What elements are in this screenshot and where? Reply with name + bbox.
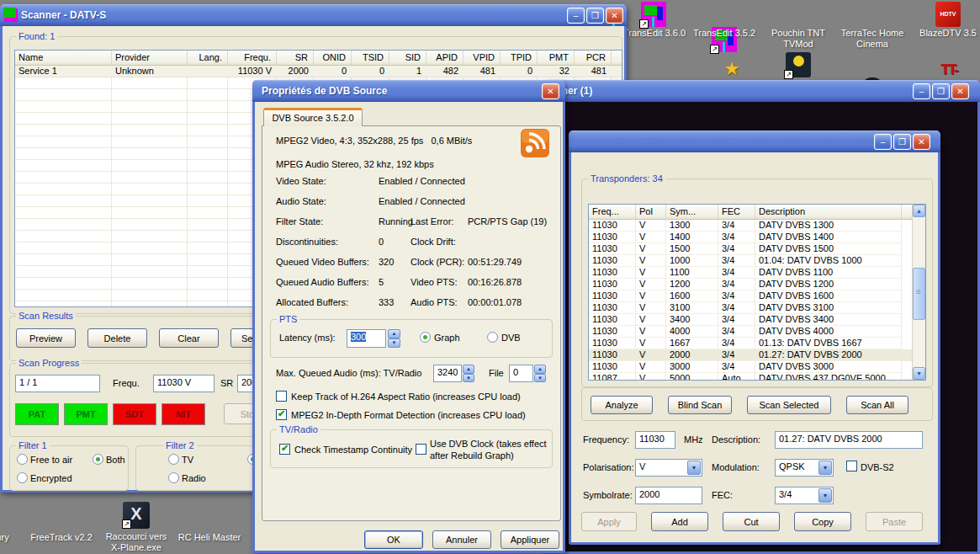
dvb-radio-label[interactable]: DVB: [501, 333, 521, 343]
chevron-down-icon[interactable]: ▼: [818, 488, 832, 503]
tab-dvb-source[interactable]: DVB Source 3.5.2.0: [263, 108, 363, 126]
filter2-tv-radio[interactable]: [168, 454, 179, 465]
transponder-row[interactable]: 11030 V 1100 3/4 DATV DVBS 1100: [589, 267, 925, 279]
max-queued-file-spinner[interactable]: ▲▼: [534, 365, 546, 382]
cancel-button[interactable]: Annuler: [432, 530, 491, 549]
vertical-scrollbar[interactable]: ▲ ▼: [912, 205, 925, 380]
fec-select[interactable]: 3/4▼: [775, 487, 834, 504]
graph-radio-label[interactable]: Graph: [434, 333, 460, 343]
transponder-row[interactable]: 11030 V 1667 3/4 01.13: DATV DVBS 1667: [589, 338, 925, 349]
transponder-row[interactable]: 11030 V 3400 3/4 DATV DVBS 3400: [589, 314, 925, 326]
xplane-label2[interactable]: X-Plane.exe: [90, 542, 183, 552]
transedit-360-icon[interactable]: ↗: [641, 2, 666, 27]
h264-checkbox[interactable]: [276, 391, 287, 402]
filter1-free-label[interactable]: Free to air: [30, 455, 72, 465]
close-button[interactable]: ✕: [913, 134, 930, 150]
dvbclock-checkbox-label2[interactable]: after Rebuild Graph): [430, 450, 514, 461]
wand-icon[interactable]: ★: [719, 57, 744, 83]
blazedtv-icon[interactable]: HDTV: [935, 2, 961, 27]
scanner-titlebar[interactable]: Scanner - DATV-S: [0, 4, 627, 26]
scrollbar-thumb[interactable]: [913, 268, 925, 320]
services-table-header[interactable]: NameProviderLang.Frequ.SRONIDTSIDSIDAPID…: [15, 51, 622, 66]
rcheli-label[interactable]: RC Heli Master: [163, 532, 256, 542]
minimize-button[interactable]: –: [913, 83, 930, 99]
filter1-encrypted-radio[interactable]: [17, 472, 28, 483]
maximize-button[interactable]: ❐: [893, 134, 911, 150]
scan-results-button[interactable]: Preview: [16, 328, 76, 348]
graph-radio[interactable]: [420, 332, 431, 343]
h264-checkbox-label[interactable]: Keep Track of H.264 Aspect Ratio (increa…: [291, 392, 521, 402]
dvbs2-checkbox[interactable]: [846, 461, 857, 471]
progress-field[interactable]: 1 / 1: [15, 375, 100, 392]
dvb-dialog-titlebar[interactable]: Propriétés de DVB Source: [252, 80, 565, 102]
transponder-row[interactable]: 11030 V 1000 3/4 01.04: DATV DVBS 1000: [589, 255, 925, 267]
polarisation-select[interactable]: V▼: [635, 459, 702, 477]
mpeg2-checkbox-label[interactable]: MPEG2 In-Depth Format Detection (increas…: [291, 410, 526, 420]
modulation-select[interactable]: QPSK▼: [775, 459, 834, 477]
transponder-row[interactable]: 11030 V 1500 3/4 DATV DVBS 1500: [589, 243, 925, 255]
maximize-button[interactable]: ❐: [586, 8, 604, 24]
max-queued-tv-field[interactable]: 3240: [433, 365, 462, 382]
filter1-free-radio[interactable]: [17, 454, 28, 465]
close-button[interactable]: ✕: [951, 83, 969, 99]
edit-button[interactable]: Copy: [794, 512, 851, 531]
scroll-up-icon[interactable]: ▲: [913, 205, 925, 217]
max-queued-file-field[interactable]: 0: [509, 365, 533, 382]
maximize-button[interactable]: ❐: [932, 83, 950, 99]
transponder-row[interactable]: 11030 V 1400 3/4 DATV DVBS 1400: [589, 232, 925, 243]
minimize-button[interactable]: –: [874, 134, 892, 150]
close-button[interactable]: ✕: [542, 83, 559, 99]
symbolrate-field[interactable]: 2000: [635, 487, 702, 504]
apply-button[interactable]: Appliquer: [501, 530, 559, 549]
mpeg2-checkbox[interactable]: [276, 409, 287, 420]
transponder-row[interactable]: 11030 V 1300 3/4 DATV DVBS 1300: [589, 220, 925, 232]
frequ-field[interactable]: 11030 V: [153, 375, 215, 392]
dvbclock-checkbox[interactable]: [416, 444, 426, 455]
frequency-field[interactable]: 11030: [635, 431, 675, 449]
filter1-encrypted-label[interactable]: Encrypted: [30, 473, 72, 483]
service-row[interactable]: Service 1Unknown11030 V20000014824810324…: [15, 66, 622, 77]
dvbclock-checkbox-label[interactable]: Use DVB Clock (takes effect: [430, 439, 547, 449]
max-queued-tv-spinner[interactable]: ▲▼: [463, 365, 474, 382]
pouchin-tnt-icon[interactable]: ↗: [786, 52, 811, 77]
description-field[interactable]: 01.27: DATV DVBS 2000: [775, 431, 923, 449]
edit-button[interactable]: Add: [651, 512, 708, 531]
chevron-down-icon[interactable]: ▼: [818, 461, 832, 475]
filter2-radio-radio[interactable]: [168, 472, 179, 483]
transponder-row[interactable]: 11030 V 1600 3/4 DATV DVBS 1600: [589, 290, 925, 302]
scan-button[interactable]: Scan Selected: [747, 396, 831, 414]
filter1-both-label[interactable]: Both: [106, 455, 125, 465]
transponders-header[interactable]: Freq...PolSym...FECDescription: [589, 205, 925, 220]
filter1-both-radio[interactable]: [93, 454, 103, 465]
edit-button[interactable]: Cut: [723, 512, 780, 531]
dvb-radio[interactable]: [487, 332, 498, 343]
filter2-tv-label[interactable]: TV: [182, 455, 193, 465]
scroll-down-icon[interactable]: ▼: [913, 367, 925, 380]
transponder-row[interactable]: 11030 V 1200 3/4 DATV DVBS 1200: [589, 279, 925, 290]
timestamp-checkbox[interactable]: [279, 444, 290, 455]
transponder-row[interactable]: 11030 V 3100 3/4 DATV DVBS 3100: [589, 302, 925, 314]
dvbs2-label[interactable]: DVB-S2: [861, 462, 894, 472]
latency-spinner[interactable]: ▲▼: [388, 329, 400, 348]
transponder-row[interactable]: 11030 V 2000 3/4 01.27: DATV DVBS 2000: [589, 349, 925, 361]
minimize-button[interactable]: –: [567, 8, 585, 24]
transponder-row[interactable]: 11030 V 3000 3/4 DATV DVBS 3000: [589, 361, 925, 373]
scan-button[interactable]: Blind Scan: [668, 396, 732, 414]
service-cell: 1: [389, 66, 426, 77]
ok-button[interactable]: OK: [364, 530, 423, 549]
edit-button[interactable]: Paste: [866, 512, 923, 531]
filter2-radio-label[interactable]: Radio: [182, 473, 206, 483]
edit-button[interactable]: Apply: [581, 512, 637, 531]
scan-results-button[interactable]: Delete: [87, 328, 147, 348]
close-button[interactable]: ✕: [606, 8, 623, 24]
terratec-label2[interactable]: Cinema: [826, 39, 919, 49]
chevron-down-icon[interactable]: ▼: [687, 461, 701, 475]
blazedtv-label[interactable]: BlazeDTV 3.5: [902, 28, 980, 38]
scan-button[interactable]: Scan All: [846, 396, 908, 414]
scan-button[interactable]: Analyze: [591, 396, 653, 414]
latency-field[interactable]: 300: [347, 329, 386, 348]
transponder-row[interactable]: 11030 V 4000 3/4 DATV DVBS 4000: [589, 326, 925, 338]
scan-results-button[interactable]: Clear: [159, 328, 219, 348]
timestamp-checkbox-label[interactable]: Check Timestamp Continuity: [294, 445, 412, 455]
transponder-row[interactable]: 11087 V 5000 Auto DATV DVBS 437 DG0VE 50…: [589, 373, 925, 381]
